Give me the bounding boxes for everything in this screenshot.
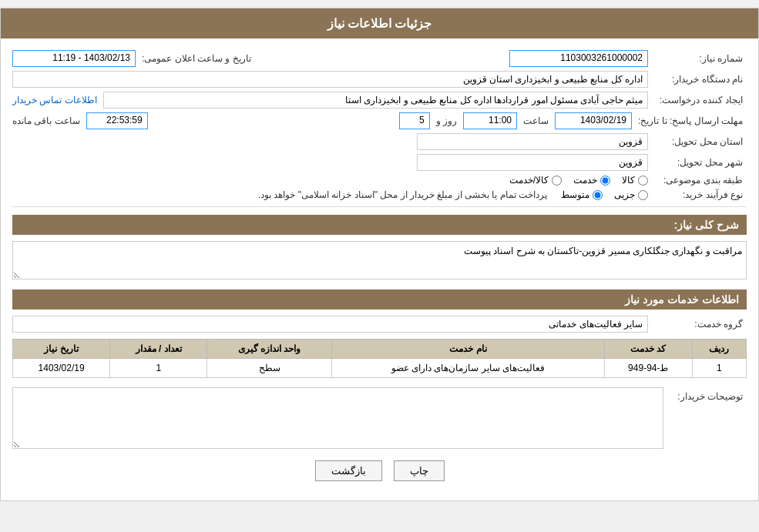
buyer-notes-label: توضیحات خریدار: [670, 387, 747, 402]
category-kala-label: کالا [622, 175, 635, 186]
table-header-row: ردیف کد خدمت نام خدمت واحد اندازه گیری ت… [13, 340, 747, 359]
remaining-label: ساعت باقی مانده [12, 115, 80, 126]
col-header-name: نام خدمت [331, 340, 604, 359]
service-group-value: سایر فعالیت‌های خدماتی [12, 316, 648, 333]
buyer-notes-textarea[interactable] [12, 387, 663, 449]
remaining-time-value: 22:53:59 [86, 112, 148, 129]
cell-date: 1403/02/19 [13, 359, 110, 378]
buttons-row: چاپ بازگشت [12, 460, 747, 481]
category-kala: کالا [622, 175, 648, 186]
col-header-row: ردیف [692, 340, 746, 359]
category-kala-khedmat-radio[interactable] [552, 176, 562, 186]
need-number-row: شماره نیاز: 1103003261000002 تاریخ و ساع… [12, 50, 747, 67]
procedure-note: پرداخت تمام یا بخشی از مبلغ خریدار از مح… [258, 189, 547, 200]
need-description-title: شرح کلی نیاز: [12, 215, 747, 235]
procedure-radio-group: جزیی متوسط [561, 189, 648, 200]
response-deadline-row: مهلت ارسال پاسخ: تا تاریخ: 1403/02/19 سا… [12, 112, 747, 129]
table-row: 1ط-94-949فعالیت‌های سایر سازمان‌های دارا… [13, 359, 747, 378]
buyer-org-label: نام دستگاه خریدار: [654, 74, 747, 85]
cell-quantity: 1 [110, 359, 207, 378]
delivery-province-label: استان محل تحویل: [654, 136, 747, 147]
creator-label: ایجاد کننده درخواست: [654, 95, 747, 105]
response-time-value: 11:00 [463, 112, 517, 129]
cell-code: ط-94-949 [605, 359, 693, 378]
cell-unit: سطح [207, 359, 332, 378]
page-wrapper: جزئیات اطلاعات نیاز شماره نیاز: 11030032… [0, 8, 759, 501]
back-button[interactable]: بازگشت [315, 460, 382, 481]
category-kala-radio[interactable] [638, 176, 648, 186]
procedure-jozi-radio[interactable] [638, 190, 648, 200]
print-button[interactable]: چاپ [394, 460, 445, 481]
buyer-notes-section: توضیحات خریدار: [12, 387, 747, 449]
category-khedmat-radio[interactable] [600, 176, 610, 186]
buyer-org-value: اداره کل منابع طبیعی و ابخیزداری استان ق… [12, 71, 648, 88]
creator-row: ایجاد کننده درخواست: میثم حاجی آبادی مسئ… [12, 92, 747, 109]
buyer-org-row: نام دستگاه خریدار: اداره کل منابع طبیعی … [12, 71, 747, 88]
category-kala-khedmat: کالا/خدمت [509, 175, 562, 186]
announce-date-value: 1403/02/13 - 11:19 [12, 50, 136, 67]
delivery-province-row: استان محل تحویل: قزوین [12, 133, 747, 150]
col-header-code: کد خدمت [605, 340, 693, 359]
procedure-jozi-label: جزیی [614, 189, 635, 200]
creator-value: میثم حاجی آبادی مسئول امور قراردادها ادا… [103, 92, 648, 109]
col-header-unit: واحد اندازه گیری [207, 340, 332, 359]
cell-name: فعالیت‌های سایر سازمان‌های دارای عضو [331, 359, 604, 378]
need-description-textarea[interactable] [12, 241, 747, 279]
category-khedmat: خدمت [573, 175, 610, 186]
service-group-row: گروه خدمت: سایر فعالیت‌های خدماتی [12, 316, 747, 333]
delivery-city-label: شهر محل تحویل: [654, 157, 747, 168]
delivery-city-row: شهر محل تحویل: قزوین [12, 154, 747, 171]
response-days-label: روز و [436, 115, 457, 126]
response-date-value: 1403/02/19 [555, 112, 632, 129]
page-header: جزئیات اطلاعات نیاز [1, 8, 758, 38]
services-section-title: اطلاعات خدمات مورد نیاز [12, 289, 747, 309]
cell-row: 1 [692, 359, 746, 378]
category-khedmat-label: خدمت [573, 175, 597, 186]
delivery-city-value: قزوین [417, 154, 648, 171]
procedure-motavasset-radio[interactable] [593, 190, 603, 200]
response-time-label: ساعت [523, 115, 549, 126]
procedure-row: نوع فرآیند خرید: جزیی متوسط پرداخت تمام … [12, 189, 747, 200]
service-group-label: گروه خدمت: [654, 319, 747, 330]
need-number-value: 1103003261000002 [509, 50, 648, 67]
services-table: ردیف کد خدمت نام خدمت واحد اندازه گیری ت… [12, 339, 747, 378]
response-deadline-label: مهلت ارسال پاسخ: تا تاریخ: [638, 115, 747, 126]
delivery-province-value: قزوین [417, 133, 648, 150]
contact-link[interactable]: اطلاعات تماس خریدار [12, 95, 97, 105]
response-days-value: 5 [399, 112, 430, 129]
category-radio-group: کالا خدمت کالا/خدمت [509, 175, 648, 186]
procedure-motavasset-label: متوسط [561, 189, 589, 200]
need-number-label: شماره نیاز: [654, 53, 747, 64]
category-row: طبقه بندی موضوعی: کالا خدمت کالا/خدمت [12, 175, 747, 186]
procedure-jozi: جزیی [614, 189, 648, 200]
services-table-body: 1ط-94-949فعالیت‌های سایر سازمان‌های دارا… [13, 359, 747, 378]
page-title: جزئیات اطلاعات نیاز [327, 17, 432, 30]
procedure-label: نوع فرآیند خرید: [654, 189, 747, 200]
category-kala-khedmat-label: کالا/خدمت [509, 175, 549, 186]
need-description-container [12, 241, 747, 282]
main-content: شماره نیاز: 1103003261000002 تاریخ و ساع… [1, 38, 758, 500]
col-header-qty: تعداد / مقدار [110, 340, 207, 359]
announce-date-label: تاریخ و ساعت اعلان عمومی: [142, 53, 251, 64]
procedure-motavasset: متوسط [561, 189, 603, 200]
divider-1 [12, 206, 747, 207]
col-header-date: تاریخ نیاز [13, 340, 110, 359]
category-label: طبقه بندی موضوعی: [654, 175, 747, 186]
